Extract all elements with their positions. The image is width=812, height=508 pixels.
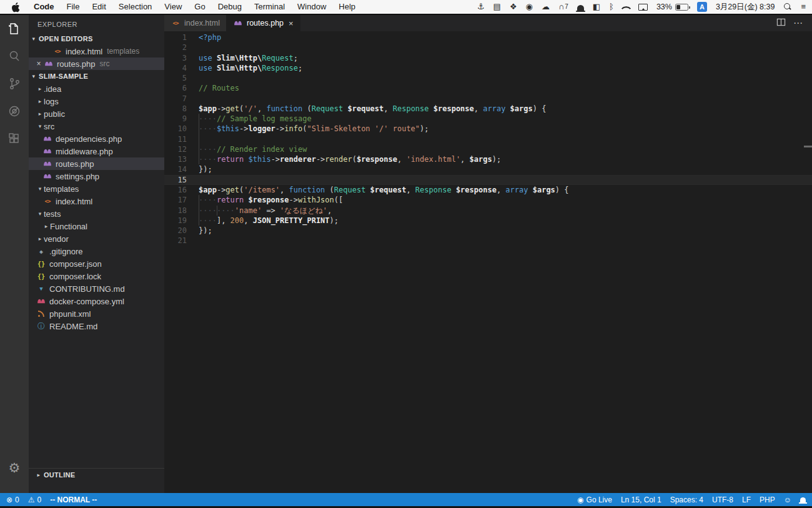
- code-line-12[interactable]: 12····// Render index view: [164, 144, 812, 154]
- spotlight-icon[interactable]: [783, 2, 792, 11]
- code-line-17[interactable]: 17····return $response->withJson([: [164, 195, 812, 205]
- tree-item-gitignore[interactable]: ◈.gitignore: [29, 245, 164, 257]
- tree-item-tests[interactable]: ▾tests: [29, 207, 164, 220]
- wifi-icon[interactable]: [621, 3, 631, 13]
- code-line-21[interactable]: 21: [164, 236, 812, 246]
- cloud-upload-icon[interactable]: ☁: [542, 0, 550, 14]
- menu-selection[interactable]: Selection: [112, 0, 158, 14]
- code-line-4[interactable]: 4use Slim\Http\Response;: [164, 63, 812, 73]
- tree-item-docker-compose-yml[interactable]: docker-compose.yml: [29, 295, 164, 307]
- code-line-16[interactable]: 16$app->get('/items', function (Request …: [164, 185, 812, 195]
- code-line-8[interactable]: 8$app->get('/', function (Request $reque…: [164, 104, 812, 114]
- tree-item-composer-json[interactable]: {}composer.json: [29, 257, 164, 270]
- tree-item-routes-php[interactable]: routes.php: [29, 157, 164, 170]
- docker-icon[interactable]: ⚓: [477, 0, 485, 14]
- creative-cloud-icon[interactable]: ◉: [526, 0, 533, 14]
- code-content: use Slim\Http\Request;: [199, 53, 812, 63]
- battery-indicator[interactable]: 33%: [656, 2, 688, 11]
- tree-item-functional[interactable]: ▸Functional: [29, 220, 164, 232]
- cursor-position[interactable]: Ln 15, Col 1: [621, 496, 661, 504]
- feedback-smiley[interactable]: ☺: [784, 496, 791, 504]
- code-line-5[interactable]: 5: [164, 73, 812, 83]
- tree-item-vendor[interactable]: ▸vendor: [29, 232, 164, 245]
- split-editor-icon[interactable]: [776, 17, 786, 29]
- window-layout-icon[interactable]: ◧: [593, 0, 600, 14]
- code-line-20[interactable]: 20});: [164, 226, 812, 236]
- tree-item-contributing-md[interactable]: ▼CONTRIBUTING.md: [29, 282, 164, 295]
- source-control-icon[interactable]: [0, 70, 29, 97]
- menu-help[interactable]: Help: [332, 0, 362, 14]
- code-line-6[interactable]: 6// Routes: [164, 83, 812, 93]
- settings-gear-icon[interactable]: ⚙: [0, 461, 29, 476]
- menu-window[interactable]: Window: [291, 0, 332, 14]
- code-line-3[interactable]: 3use Slim\Http\Request;: [164, 53, 812, 63]
- open-editor-index-html[interactable]: <>index.htmltemplates: [29, 45, 164, 57]
- menu-code[interactable]: Code: [27, 0, 61, 14]
- project-header[interactable]: ▾ SLIM-SAMPLE: [29, 70, 164, 82]
- input-source-badge[interactable]: A: [697, 2, 707, 12]
- menu-edit[interactable]: Edit: [86, 0, 112, 14]
- encoding[interactable]: UTF-8: [712, 496, 733, 504]
- menu-file[interactable]: File: [61, 0, 86, 14]
- tree-item-src[interactable]: ▾src: [29, 120, 164, 132]
- menu-terminal[interactable]: Terminal: [248, 0, 291, 14]
- code-line-9[interactable]: 9····// Sample log message: [164, 114, 812, 124]
- menu-go[interactable]: Go: [188, 0, 211, 14]
- close-icon[interactable]: ×: [289, 19, 294, 28]
- open-editor-routes-php[interactable]: ×routes.phpsrc: [29, 57, 164, 70]
- code-line-15[interactable]: 15: [164, 175, 812, 185]
- debug-icon[interactable]: [0, 97, 29, 125]
- tree-item-readme-md[interactable]: ⓘREADME.md: [29, 320, 164, 332]
- warnings-count[interactable]: ⚠0: [28, 496, 41, 504]
- indentation[interactable]: Spaces: 4: [670, 496, 703, 504]
- code-line-1[interactable]: 1<?php: [164, 32, 812, 42]
- clipboard-icon[interactable]: ▤: [493, 0, 501, 14]
- search-icon[interactable]: [0, 42, 29, 70]
- apple-menu-icon[interactable]: [11, 2, 20, 12]
- php-file-icon: [44, 59, 54, 68]
- code-line-7[interactable]: 7: [164, 94, 812, 104]
- explorer-icon[interactable]: [0, 15, 29, 42]
- tree-item-composer-lock[interactable]: {}composer.lock: [29, 270, 164, 282]
- airplay-display-icon[interactable]: [638, 4, 648, 11]
- code-editor[interactable]: 1<?php23use Slim\Http\Request;4use Slim\…: [164, 31, 812, 493]
- tree-item-dependencies-php[interactable]: dependencies.php: [29, 132, 164, 145]
- menubar-clock[interactable]: 3月29日(金) 8:39: [716, 2, 775, 12]
- tree-item-public[interactable]: ▸public: [29, 107, 164, 120]
- tree-item-logs[interactable]: ▸logs: [29, 95, 164, 107]
- code-line-18[interactable]: 18········'name' => 'なるほどね',: [164, 206, 812, 216]
- tabs: <>index.htmlroutes.php×: [164, 15, 300, 31]
- code-line-19[interactable]: 19····], 200, JSON_PRETTY_PRINT);: [164, 216, 812, 226]
- open-editors-header[interactable]: ▾ OPEN EDITORS: [29, 32, 164, 45]
- more-actions-icon[interactable]: ⋯: [793, 17, 803, 29]
- outline-header[interactable]: ▸ OUTLINE: [29, 468, 164, 481]
- menu-debug[interactable]: Debug: [212, 0, 248, 14]
- tree-item-idea[interactable]: ▸.idea: [29, 82, 164, 95]
- code-line-10[interactable]: 10····$this->logger->info("Slim-Skeleton…: [164, 124, 812, 134]
- tree-item-phpunit-xml[interactable]: phpunit.xml: [29, 307, 164, 320]
- code-line-2[interactable]: 2: [164, 42, 812, 52]
- code-line-13[interactable]: 13····return $this->renderer->render($re…: [164, 154, 812, 164]
- github-notifications-icon[interactable]: ∩7: [558, 0, 568, 14]
- errors-count[interactable]: ⊗0: [6, 496, 19, 504]
- vim-mode[interactable]: -- NORMAL --: [50, 496, 97, 504]
- notifications-bell[interactable]: [800, 497, 806, 502]
- eol-sequence[interactable]: LF: [742, 496, 751, 504]
- tree-item-middleware-php[interactable]: middleware.php: [29, 145, 164, 157]
- tab-index-html[interactable]: <>index.html: [164, 15, 227, 31]
- go-live[interactable]: ◉Go Live: [577, 496, 612, 504]
- dropbox-icon[interactable]: ❖: [510, 0, 517, 14]
- tree-item-settings-php[interactable]: settings.php: [29, 170, 164, 182]
- code-line-14[interactable]: 14});: [164, 164, 812, 174]
- bell-icon[interactable]: [577, 5, 584, 11]
- extensions-icon[interactable]: [0, 125, 29, 152]
- code-line-11[interactable]: 11: [164, 134, 812, 144]
- close-icon[interactable]: ×: [34, 59, 44, 68]
- tree-item-templates[interactable]: ▾templates: [29, 182, 164, 195]
- menu-view[interactable]: View: [158, 0, 188, 14]
- tree-item-index-html[interactable]: <>index.html: [29, 195, 164, 207]
- language-mode[interactable]: PHP: [760, 496, 775, 504]
- notification-center-icon[interactable]: ≡: [801, 0, 806, 14]
- bluetooth-icon[interactable]: ᛒ: [609, 0, 614, 14]
- tab-routes-php[interactable]: routes.php×: [227, 15, 300, 31]
